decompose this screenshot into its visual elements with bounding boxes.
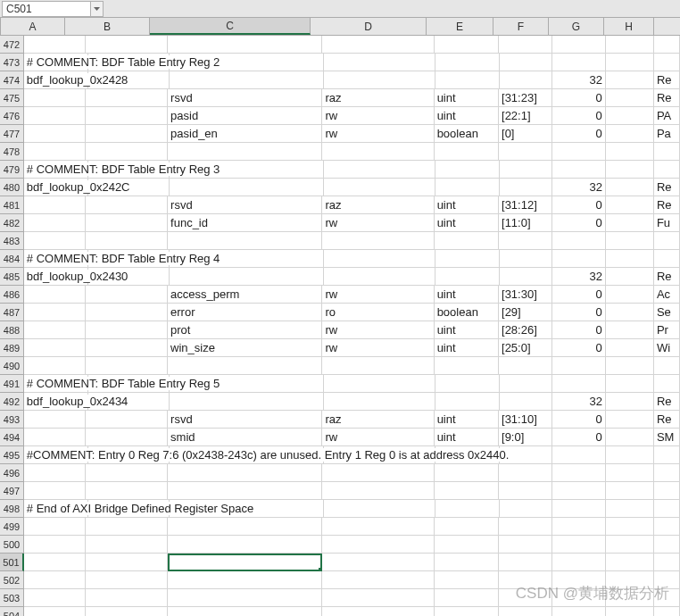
- cell[interactable]: 32: [552, 71, 606, 89]
- cell[interactable]: [435, 571, 499, 589]
- cell[interactable]: PA: [654, 107, 680, 125]
- cell[interactable]: [500, 161, 553, 179]
- cell[interactable]: [86, 196, 168, 214]
- cell[interactable]: 0: [552, 196, 606, 214]
- cell[interactable]: Pa: [654, 125, 680, 143]
- cell[interactable]: [435, 482, 499, 500]
- cell[interactable]: [435, 250, 500, 268]
- cell[interactable]: [606, 232, 654, 250]
- cell[interactable]: [86, 232, 168, 250]
- cell[interactable]: [606, 54, 654, 71]
- cell[interactable]: bdf_lookup_0x2428: [24, 71, 88, 89]
- cell[interactable]: [435, 375, 500, 393]
- cell[interactable]: [168, 36, 322, 54]
- cell[interactable]: [86, 607, 168, 616]
- cell[interactable]: [86, 143, 168, 161]
- cell[interactable]: [170, 268, 324, 286]
- cell[interactable]: [24, 143, 87, 161]
- row-header[interactable]: 502: [0, 571, 24, 589]
- cell[interactable]: [86, 518, 168, 536]
- cell[interactable]: [322, 36, 434, 54]
- cell[interactable]: [86, 411, 168, 429]
- cell[interactable]: [552, 554, 606, 571]
- cell[interactable]: [24, 571, 87, 589]
- row-header[interactable]: 491: [0, 375, 24, 393]
- row-header[interactable]: 475: [0, 89, 24, 107]
- cell[interactable]: [28:26]: [499, 321, 552, 339]
- cell[interactable]: [606, 71, 654, 89]
- cell[interactable]: [24, 339, 87, 357]
- cell[interactable]: #COMMENT: Entry 0 Reg 7:6 (0x2438-243c) …: [24, 446, 88, 464]
- cell[interactable]: SM: [654, 429, 680, 446]
- cell[interactable]: 0: [552, 429, 606, 446]
- cell[interactable]: [322, 357, 434, 375]
- cell[interactable]: Re: [654, 411, 680, 429]
- cell[interactable]: [22:1]: [499, 107, 552, 125]
- cell[interactable]: [500, 393, 553, 411]
- cell[interactable]: [552, 250, 606, 268]
- cell[interactable]: [86, 482, 168, 500]
- cell[interactable]: [322, 571, 434, 589]
- cell[interactable]: [24, 107, 87, 125]
- row-header[interactable]: 474: [0, 71, 24, 89]
- cell[interactable]: [654, 518, 680, 536]
- cell[interactable]: uint: [435, 429, 499, 446]
- cell[interactable]: Pr: [654, 321, 680, 339]
- cell[interactable]: [435, 500, 500, 518]
- cell[interactable]: [499, 482, 552, 500]
- cell[interactable]: [499, 357, 552, 375]
- cell[interactable]: [24, 196, 87, 214]
- cell[interactable]: [29]: [499, 304, 552, 321]
- cell[interactable]: [654, 250, 680, 268]
- cell[interactable]: [500, 179, 553, 196]
- cell[interactable]: [654, 500, 680, 518]
- column-header-G[interactable]: G: [549, 18, 604, 35]
- cell[interactable]: [86, 429, 168, 446]
- cell[interactable]: Fu: [654, 214, 680, 232]
- cell[interactable]: [86, 304, 168, 321]
- cell[interactable]: [654, 589, 680, 607]
- cell[interactable]: uint: [435, 89, 499, 107]
- cell[interactable]: rw: [322, 429, 434, 446]
- cell[interactable]: uint: [435, 321, 499, 339]
- cell[interactable]: Se: [654, 304, 680, 321]
- cell[interactable]: [552, 54, 606, 71]
- cell[interactable]: [500, 54, 553, 71]
- cell[interactable]: boolean: [435, 304, 499, 321]
- cell[interactable]: [170, 71, 324, 89]
- cell[interactable]: [552, 161, 606, 179]
- cell[interactable]: [606, 268, 654, 286]
- cell[interactable]: [435, 232, 499, 250]
- cell[interactable]: [500, 71, 553, 89]
- cell[interactable]: [24, 464, 87, 482]
- cell[interactable]: rw: [322, 286, 434, 304]
- cell[interactable]: [499, 589, 552, 607]
- row-header[interactable]: 493: [0, 411, 24, 429]
- cell[interactable]: [606, 571, 654, 589]
- cell[interactable]: [322, 143, 434, 161]
- cell[interactable]: [435, 36, 499, 54]
- cell[interactable]: [552, 500, 606, 518]
- cell[interactable]: [86, 554, 168, 571]
- cell[interactable]: error: [168, 304, 322, 321]
- cell[interactable]: [606, 411, 654, 429]
- cell[interactable]: [86, 286, 168, 304]
- row-header[interactable]: 498: [0, 500, 24, 518]
- cell[interactable]: [24, 321, 87, 339]
- cell[interactable]: Ac: [654, 286, 680, 304]
- name-box[interactable]: C501: [2, 1, 91, 17]
- cell[interactable]: rw: [322, 125, 434, 143]
- cell[interactable]: pasid_en: [168, 125, 322, 143]
- cell[interactable]: 0: [552, 107, 606, 125]
- cell[interactable]: [606, 321, 654, 339]
- cell[interactable]: rw: [322, 339, 434, 357]
- cell[interactable]: [654, 536, 680, 554]
- cell[interactable]: [31:10]: [499, 411, 552, 429]
- cell[interactable]: [324, 375, 435, 393]
- cell[interactable]: [435, 393, 500, 411]
- cell[interactable]: [654, 554, 680, 571]
- row-header[interactable]: 501: [0, 554, 24, 571]
- row-header[interactable]: 488: [0, 321, 24, 339]
- cell[interactable]: [322, 589, 434, 607]
- cell[interactable]: [552, 607, 606, 616]
